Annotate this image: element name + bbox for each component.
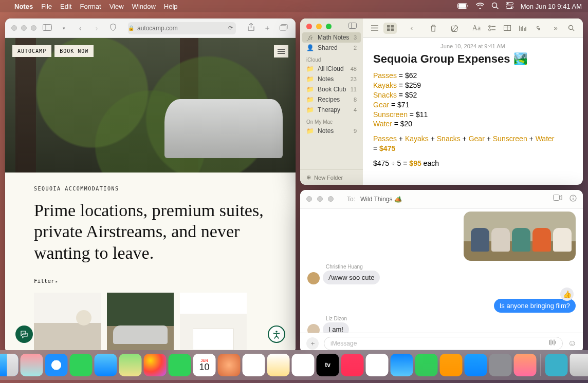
window-zoom[interactable] <box>328 196 334 202</box>
dock-app-finder[interactable] <box>0 354 19 376</box>
dock-app-iphone-mirroring[interactable] <box>514 354 537 376</box>
dock-app-tv[interactable]: tv <box>317 354 339 376</box>
message-bubble-sent[interactable]: Is anyone bringing film? <box>494 299 576 313</box>
back-icon[interactable]: ‹ <box>405 23 418 34</box>
dock-app-launchpad[interactable] <box>21 354 43 376</box>
dock-app-photos[interactable] <box>144 354 167 376</box>
tabs-icon[interactable] <box>278 24 289 32</box>
sidebar-item[interactable]: 📁 Recipes 8 <box>300 94 363 105</box>
emoji-icon[interactable]: ☺ <box>568 338 577 349</box>
accommodation-card[interactable] <box>34 293 101 353</box>
avatar[interactable] <box>307 324 320 333</box>
menu-file[interactable]: File <box>41 3 52 10</box>
window-minimize[interactable] <box>316 24 322 29</box>
dock-app-numbers[interactable] <box>415 354 438 376</box>
media-icon[interactable] <box>516 23 529 34</box>
site-logo[interactable]: AUTOCAMP <box>12 45 51 57</box>
search-icon[interactable] <box>564 23 578 34</box>
forward-icon[interactable]: › <box>91 24 102 32</box>
dock-app-messages[interactable] <box>70 354 93 376</box>
audio-icon[interactable] <box>549 339 556 347</box>
dock-downloads[interactable] <box>545 354 568 376</box>
menubar-app[interactable]: Notes <box>14 3 33 10</box>
book-now-button[interactable]: BOOK NOW <box>54 45 94 57</box>
menu-window[interactable]: Window <box>132 3 156 10</box>
wifi-icon[interactable] <box>476 3 484 10</box>
dock-app-freeform[interactable] <box>292 354 315 376</box>
window-zoom[interactable] <box>326 24 332 29</box>
new-tab-icon[interactable]: ＋ <box>262 24 273 33</box>
apps-button[interactable]: ＋ <box>306 337 319 350</box>
window-zoom[interactable] <box>31 25 36 31</box>
grid-view-icon[interactable] <box>383 23 397 34</box>
dock-trash[interactable] <box>570 354 589 376</box>
menu-edit[interactable]: Edit <box>60 3 71 10</box>
battery-icon[interactable] <box>457 3 469 10</box>
link-icon[interactable] <box>531 23 545 34</box>
trash-icon[interactable] <box>427 23 440 34</box>
control-center-icon[interactable] <box>506 2 513 10</box>
menu-help[interactable]: Help <box>164 3 178 10</box>
sidebar-item[interactable]: 📁 Therapy 4 <box>300 105 363 115</box>
dock-app-contacts[interactable] <box>218 354 241 376</box>
accessibility-button[interactable] <box>268 325 285 343</box>
avatar[interactable] <box>307 272 320 284</box>
chat-button[interactable] <box>15 325 33 343</box>
font-icon[interactable]: Aa <box>470 23 483 34</box>
dock-app-notes[interactable] <box>267 354 290 376</box>
share-icon[interactable] <box>245 23 256 33</box>
url-bar[interactable]: 🔒 autocamp.com ⟳ <box>128 22 236 34</box>
compose-icon[interactable] <box>448 23 462 34</box>
sidebar-item[interactable]: 📁 Book Club 11 <box>300 84 363 94</box>
window-close[interactable] <box>306 196 312 202</box>
shield-icon[interactable] <box>107 24 119 32</box>
dock-app-calendar[interactable]: JUN10 <box>193 354 216 376</box>
image-attachment[interactable] <box>464 212 576 261</box>
menu-format[interactable]: Format <box>80 3 101 10</box>
sidebar-item[interactable]: 📁 Notes 9 <box>300 126 363 136</box>
sidebar-item[interactable]: 📁 Notes 23 <box>300 74 363 84</box>
dock-app-mail[interactable] <box>95 354 117 376</box>
spotlight-icon[interactable] <box>491 2 499 11</box>
new-folder-button[interactable]: ⊕ New Folder <box>300 169 363 185</box>
dock-app-facetime[interactable] <box>169 354 191 376</box>
checklist-icon[interactable] <box>485 23 499 34</box>
window-minimize[interactable] <box>21 25 27 31</box>
menu-view[interactable]: View <box>109 3 124 10</box>
sidebar-toggle-icon[interactable] <box>42 24 53 32</box>
reload-icon[interactable]: ⟳ <box>228 25 233 31</box>
dock-app-safari[interactable] <box>45 354 68 376</box>
menubar-clock[interactable]: Mon Jun 10 9:41 AM <box>521 3 582 10</box>
sidebar-item[interactable]: 👤 Shared 2 <box>300 43 363 53</box>
window-minimize[interactable] <box>317 196 323 202</box>
info-icon[interactable] <box>569 195 577 203</box>
table-icon[interactable] <box>501 23 514 34</box>
message-bubble[interactable]: I am! <box>323 322 349 333</box>
facetime-icon[interactable] <box>553 195 562 203</box>
window-close[interactable] <box>306 24 312 29</box>
dock-app-keynote[interactable] <box>391 354 413 376</box>
site-menu-button[interactable] <box>274 45 288 58</box>
accommodation-card[interactable] <box>180 293 247 353</box>
sidebar-toggle-icon[interactable] <box>348 23 357 30</box>
back-icon[interactable]: ‹ <box>75 24 86 32</box>
window-close[interactable] <box>11 25 17 31</box>
sidebar-item[interactable]: 📁 All iCloud 48 <box>300 64 363 74</box>
message-input[interactable]: iMessage <box>324 337 563 350</box>
dock-app-music[interactable] <box>341 354 364 376</box>
more-icon[interactable]: » <box>549 23 562 34</box>
dock-app-reminders[interactable] <box>243 354 265 376</box>
conversation-name[interactable]: Wild Things 🏕️ <box>360 196 402 203</box>
dock-app-pages[interactable] <box>440 354 463 376</box>
messages-thread[interactable]: Christine Huang Awww soo cute 👍 Is anyon… <box>300 208 583 333</box>
dock-app-news[interactable] <box>366 354 389 376</box>
list-view-icon[interactable] <box>368 23 381 34</box>
tapback[interactable]: 👍 <box>560 288 574 301</box>
dock-app-settings[interactable] <box>489 354 512 376</box>
sidebar-item[interactable]: 𝑓𝑥 Math Notes 3 <box>302 32 361 43</box>
dock-app-maps[interactable] <box>119 354 142 376</box>
note-body[interactable]: June 10, 2024 at 9:41 AM Sequoia Group E… <box>363 38 583 185</box>
message-bubble[interactable]: Awww soo cute <box>323 271 380 284</box>
dock-app-appstore[interactable] <box>465 354 487 376</box>
chevron-down-icon[interactable]: ▾ <box>58 26 69 31</box>
